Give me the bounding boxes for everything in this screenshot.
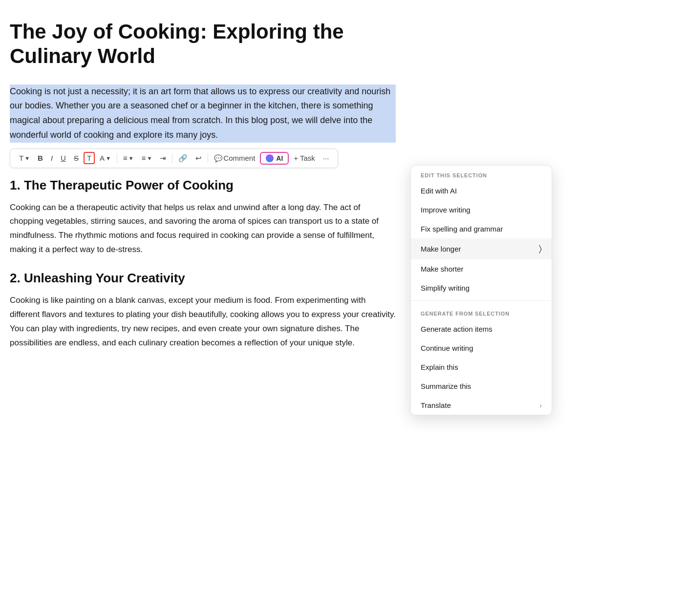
generate-section-label: GENERATE FROM SELECTION	[411, 304, 552, 319]
chevron-right-icon: ›	[539, 402, 542, 409]
color-button[interactable]: T	[84, 152, 95, 164]
section1-body: Cooking can be a therapeutic activity th…	[10, 201, 396, 257]
task-button[interactable]: + Task	[291, 152, 318, 164]
underline-button[interactable]: U	[58, 152, 69, 164]
comment-button[interactable]: 💬 Comment	[211, 152, 258, 164]
translate-item[interactable]: Translate ›	[411, 396, 552, 415]
cursor-icon: 〉	[539, 244, 542, 254]
section2-body: Cooking is like painting on a blank canv…	[10, 294, 396, 350]
dropdown-divider	[411, 300, 552, 301]
explain-this-item[interactable]: Explain this	[411, 358, 552, 377]
link-button[interactable]: 🔗	[175, 152, 191, 165]
summarize-this-item[interactable]: Summarize this	[411, 377, 552, 396]
edit-section-label: EDIT THIS SELECTION	[411, 166, 552, 181]
make-longer-item[interactable]: Make longer 〉	[411, 238, 552, 259]
generate-action-items-item[interactable]: Generate action items	[411, 319, 552, 339]
fix-spelling-item[interactable]: Fix spelling and grammar	[411, 219, 552, 238]
toolbar-divider-1	[117, 153, 117, 163]
ai-dropdown-menu: EDIT THIS SELECTION Edit with AI Improve…	[410, 165, 552, 415]
list-button[interactable]: ≡ ▼	[139, 152, 155, 164]
document-title: The Joy of Cooking: Exploring the Culina…	[10, 20, 396, 69]
indent-button[interactable]: ⇥	[157, 152, 169, 165]
simplify-writing-item[interactable]: Simplify writing	[411, 278, 552, 297]
make-shorter-item[interactable]: Make shorter	[411, 259, 552, 278]
improve-writing-item[interactable]: Improve writing	[411, 200, 552, 219]
formatting-toolbar: T ▼ B I U S T A ▼ ≡	[10, 149, 338, 168]
section2-heading: 2. Unleashing Your Creativity	[10, 271, 396, 286]
align-button[interactable]: ≡ ▼	[120, 152, 137, 164]
ai-button[interactable]: AI	[260, 152, 289, 165]
toolbar-divider-2	[172, 153, 172, 163]
font-color-button[interactable]: A ▼	[97, 152, 114, 164]
ai-icon	[266, 154, 274, 162]
toolbar-divider-3	[208, 153, 208, 163]
continue-writing-item[interactable]: Continue writing	[411, 339, 552, 358]
italic-button[interactable]: I	[48, 152, 56, 164]
selected-paragraph: Cooking is not just a necessity; it is a…	[10, 85, 396, 143]
text-format-button[interactable]: T ▼	[16, 152, 33, 164]
section1-heading: 1. The Therapeutic Power of Cooking	[10, 178, 396, 193]
undo-button[interactable]: ↩	[192, 152, 205, 165]
bold-button[interactable]: B	[35, 152, 46, 164]
strikethrough-button[interactable]: S	[71, 152, 82, 164]
edit-with-ai-item[interactable]: Edit with AI	[411, 181, 552, 200]
more-options-button[interactable]: ···	[320, 152, 332, 164]
